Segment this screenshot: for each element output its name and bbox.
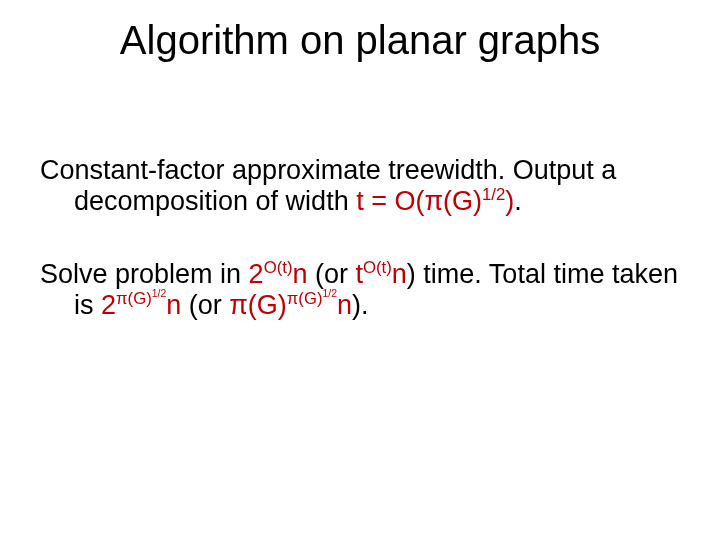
slide: Algorithm on planar graphs Constant-fact… — [0, 0, 720, 540]
p2-hl-b: tO(t)n — [356, 259, 407, 289]
slide-body: Constant-factor approximate treewidth. O… — [40, 155, 680, 363]
p2-hl-c-sup1: π(G) — [116, 289, 152, 308]
p2-text-4: (or — [181, 290, 229, 320]
p2-hl-d-sup1: π(G) — [287, 289, 323, 308]
p2-hl-c-sup: π(G)1/2 — [116, 289, 166, 308]
slide-title: Algorithm on planar graphs — [0, 18, 720, 63]
p1-text-1: Constant-factor approximate treewidth. O… — [40, 155, 616, 216]
p2-hl-b-base: t — [356, 259, 364, 289]
p2-hl-c-base: 2 — [101, 290, 116, 320]
p2-hl-c-sup2: 1/2 — [152, 289, 166, 300]
p2-hl-d-sup: π(G)1/2 — [287, 289, 337, 308]
p2-text-2: (or — [307, 259, 355, 289]
p2-hl-c-tail: n — [166, 290, 181, 320]
p2-hl-d: π(G)π(G)1/2n — [229, 290, 352, 320]
p2-text-5: ). — [352, 290, 369, 320]
p2-hl-c: 2π(G)1/2n — [101, 290, 181, 320]
p1-highlight: t = O(π(G)1/2) — [356, 186, 514, 216]
p2-hl-a-base: 2 — [249, 259, 264, 289]
p2-hl-d-tail: n — [337, 290, 352, 320]
p2-hl-b-sup: O(t) — [363, 258, 392, 277]
p2-hl-b-tail: n — [392, 259, 407, 289]
p2-hl-a-sup: O(t) — [264, 258, 293, 277]
p1-hl-close: ) — [505, 186, 514, 216]
p1-text-2: . — [514, 186, 522, 216]
p2-hl-d-base: π(G) — [229, 290, 287, 320]
p2-hl-a: 2O(t)n — [249, 259, 308, 289]
p2-hl-d-sup2: 1/2 — [323, 289, 337, 300]
p2-hl-a-tail: n — [292, 259, 307, 289]
p1-hl-sup: 1/2 — [482, 185, 505, 204]
paragraph-1: Constant-factor approximate treewidth. O… — [40, 155, 680, 217]
p1-hl-base: t = O(π(G) — [356, 186, 482, 216]
paragraph-2: Solve problem in 2O(t)n (or tO(t)n) time… — [40, 259, 680, 321]
p2-text-1: Solve problem in — [40, 259, 249, 289]
